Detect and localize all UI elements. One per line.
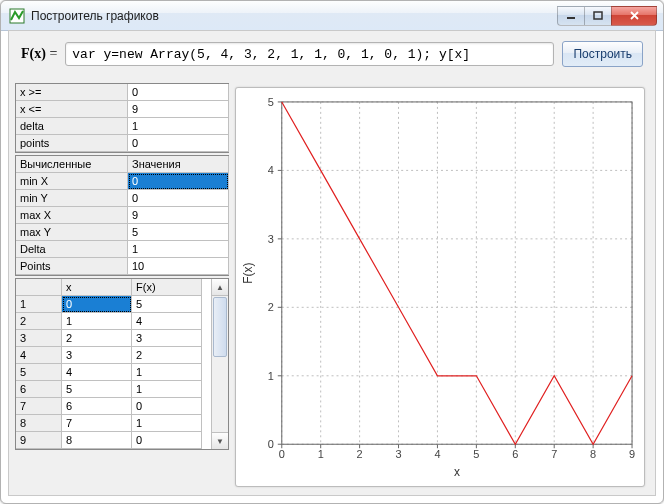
svg-rect-2 [594,12,602,19]
param-value[interactable]: 0 [128,84,229,101]
row-x[interactable]: 1 [62,313,132,330]
maximize-button[interactable] [584,6,612,26]
close-button[interactable] [611,6,657,26]
row-x[interactable]: 2 [62,330,132,347]
table-header: F(x) [132,279,202,296]
minimize-button[interactable] [557,6,585,26]
row-x[interactable]: 3 [62,347,132,364]
table-row[interactable]: 760 [16,398,211,415]
param-key: points [16,135,128,152]
param-key: x <= [16,101,128,118]
row-index: 7 [16,398,62,415]
scroll-down-button[interactable]: ▼ [212,432,228,449]
computed-row[interactable]: min X0 [16,173,229,190]
computed-value[interactable]: 0 [128,190,229,207]
svg-text:3: 3 [268,233,274,245]
row-x[interactable]: 7 [62,415,132,432]
computed-key: min Y [16,190,128,207]
titlebar: Построитель графиков [1,1,663,31]
svg-text:4: 4 [268,164,274,176]
computed-value[interactable]: 1 [128,241,229,258]
svg-text:5: 5 [473,448,479,460]
svg-rect-1 [567,17,575,19]
scroll-thumb[interactable] [213,297,227,357]
params-row[interactable]: points0 [16,135,229,152]
row-x[interactable]: 6 [62,398,132,415]
table-header: x [62,279,132,296]
param-value[interactable]: 0 [128,135,229,152]
app-icon [9,8,25,24]
row-fx[interactable]: 5 [132,296,202,313]
computed-key: min X [16,173,128,190]
svg-text:F(x): F(x) [241,262,255,283]
params-row[interactable]: delta1 [16,118,229,135]
build-button[interactable]: Построить [562,41,643,67]
chart: 0123456789012345xF(x) [235,87,645,487]
chart-pane: 0123456789012345xF(x) [229,79,655,495]
svg-text:4: 4 [434,448,440,460]
svg-text:2: 2 [268,301,274,313]
row-index: 3 [16,330,62,347]
computed-row[interactable]: max Y5 [16,224,229,241]
table-row[interactable]: 871 [16,415,211,432]
computed-value[interactable]: 0 [128,173,229,190]
param-value[interactable]: 1 [128,118,229,135]
left-pane: x >=0x <=9delta1points0 ВычисленныеЗначе… [9,79,229,495]
table-row[interactable]: 541 [16,364,211,381]
window-buttons [558,6,657,26]
row-index: 9 [16,432,62,449]
param-key: x >= [16,84,128,101]
row-fx[interactable]: 0 [132,432,202,449]
row-x[interactable]: 5 [62,381,132,398]
computed-row[interactable]: max X9 [16,207,229,224]
formula-input[interactable] [65,42,554,66]
svg-text:x: x [454,465,460,479]
table-row[interactable]: 323 [16,330,211,347]
svg-text:0: 0 [268,438,274,450]
row-fx[interactable]: 1 [132,415,202,432]
table-row[interactable]: 214 [16,313,211,330]
computed-row[interactable]: Delta1 [16,241,229,258]
row-fx[interactable]: 1 [132,364,202,381]
computed-key: max Y [16,224,128,241]
row-index: 5 [16,364,62,381]
row-index: 4 [16,347,62,364]
formula-row: F(x) = Построить [9,31,655,75]
svg-text:5: 5 [268,96,274,108]
table-scrollbar[interactable]: ▲ ▼ [211,279,228,449]
params-row[interactable]: x <=9 [16,101,229,118]
params-grid[interactable]: x >=0x <=9delta1points0 [15,83,229,153]
svg-text:6: 6 [512,448,518,460]
window-title: Построитель графиков [31,9,558,23]
chart-svg: 0123456789012345xF(x) [236,88,644,486]
row-fx[interactable]: 0 [132,398,202,415]
row-x[interactable]: 0 [62,296,132,313]
computed-key: Delta [16,241,128,258]
computed-grid[interactable]: ВычисленныеЗначенияmin X0min Y0max X9max… [15,155,229,276]
row-x[interactable]: 4 [62,364,132,381]
svg-text:0: 0 [279,448,285,460]
fx-label: F(x) = [21,46,57,62]
computed-value[interactable]: 5 [128,224,229,241]
computed-value[interactable]: 9 [128,207,229,224]
params-row[interactable]: x >=0 [16,84,229,101]
computed-value[interactable]: 10 [128,258,229,275]
computed-row[interactable]: min Y0 [16,190,229,207]
scroll-up-button[interactable]: ▲ [212,279,228,296]
param-value[interactable]: 9 [128,101,229,118]
row-index: 8 [16,415,62,432]
computed-header-val: Значения [128,156,229,173]
computed-row[interactable]: Points10 [16,258,229,275]
row-fx[interactable]: 1 [132,381,202,398]
table-row[interactable]: 105 [16,296,211,313]
data-table[interactable]: xF(x)105214323432541651760871980 ▲ ▼ [15,278,229,450]
row-fx[interactable]: 4 [132,313,202,330]
svg-text:1: 1 [268,370,274,382]
row-x[interactable]: 8 [62,432,132,449]
table-row[interactable]: 651 [16,381,211,398]
computed-header-key: Вычисленные [16,156,128,173]
row-fx[interactable]: 2 [132,347,202,364]
table-row[interactable]: 432 [16,347,211,364]
table-row[interactable]: 980 [16,432,211,449]
row-fx[interactable]: 3 [132,330,202,347]
